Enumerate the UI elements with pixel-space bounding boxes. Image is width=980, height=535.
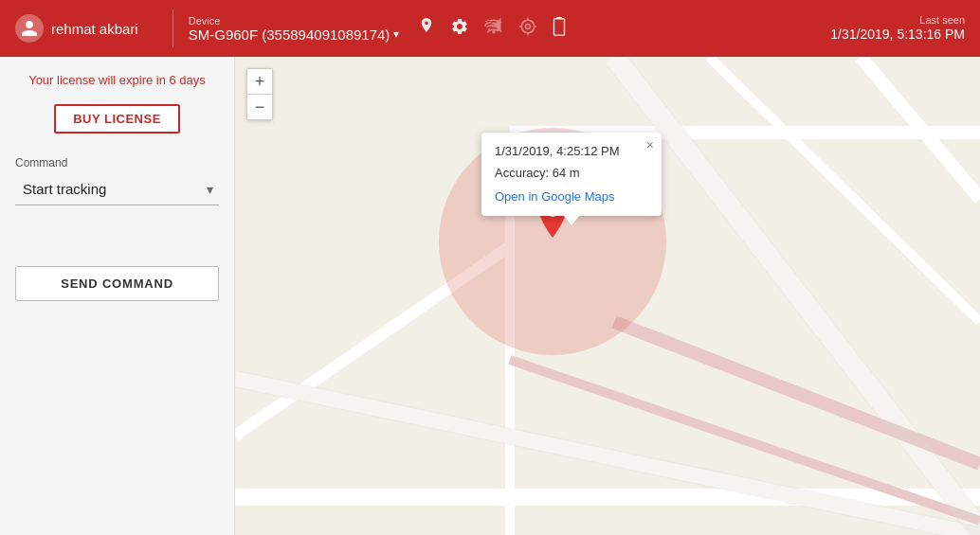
- map-background: × 1/31/2019, 4:25:12 PM Accuracy: 64 m O…: [235, 57, 980, 535]
- user-name: rehmat akbari: [51, 21, 138, 37]
- zoom-in-button[interactable]: +: [247, 69, 272, 94]
- main-content: Your license will expire in 6 days BUY L…: [0, 57, 980, 535]
- buy-license-button[interactable]: BUY LICENSE: [54, 104, 180, 134]
- svg-rect-1: [557, 16, 563, 18]
- zoom-out-button[interactable]: −: [247, 95, 272, 119]
- zoom-controls: + −: [246, 68, 273, 120]
- device-section: Device SM-G960F (355894091089174) ▾: [189, 15, 400, 43]
- user-avatar-icon[interactable]: [15, 14, 44, 43]
- command-select-wrapper: Start tracking Stop tracking Get locatio…: [15, 173, 219, 205]
- settings-icon[interactable]: [450, 17, 469, 41]
- app-header: rehmat akbari Device SM-G960F (355894091…: [0, 0, 980, 57]
- last-seen-label: Last seen: [830, 14, 965, 26]
- battery-icon: [553, 16, 566, 42]
- last-seen-section: Last seen 1/31/2019, 5:13:16 PM: [830, 14, 965, 43]
- popup-timestamp: 1/31/2019, 4:25:12 PM: [495, 144, 648, 158]
- chevron-down-icon: ▾: [393, 27, 399, 41]
- command-select[interactable]: Start tracking Stop tracking Get locatio…: [15, 173, 219, 205]
- map-area: × 1/31/2019, 4:25:12 PM Accuracy: 64 m O…: [235, 57, 980, 535]
- sidebar: Your license will expire in 6 days BUY L…: [0, 57, 235, 535]
- device-selector[interactable]: SM-G960F (355894091089174) ▾: [189, 27, 400, 43]
- open-google-maps-link[interactable]: Open in Google Maps: [495, 189, 614, 204]
- location-pin-icon[interactable]: [418, 16, 435, 42]
- popup-accuracy-value: 64 m: [553, 166, 580, 180]
- command-label: Command: [15, 156, 219, 169]
- device-label: Device: [189, 15, 400, 27]
- device-name: SM-G960F (355894091089174): [189, 27, 390, 43]
- header-divider: [172, 9, 173, 47]
- send-command-button[interactable]: SEND COMMAND: [15, 266, 219, 301]
- popup-tail: [564, 216, 579, 225]
- user-section: rehmat akbari: [15, 14, 138, 43]
- popup-close-button[interactable]: ×: [646, 138, 654, 152]
- svg-rect-0: [554, 18, 565, 34]
- last-seen-value: 1/31/2019, 5:13:16 PM: [830, 27, 965, 42]
- popup-accuracy: Accuracy: 64 m: [495, 166, 648, 180]
- popup-accuracy-label: Accuracy:: [495, 166, 553, 180]
- command-section: Command Start tracking Stop tracking Get…: [15, 156, 219, 205]
- map-popup: × 1/31/2019, 4:25:12 PM Accuracy: 64 m O…: [481, 133, 662, 216]
- gps-off-icon: [518, 17, 537, 41]
- wifi-off-icon: [484, 17, 503, 41]
- license-warning: Your license will expire in 6 days: [15, 72, 219, 89]
- header-action-icons: [418, 16, 566, 42]
